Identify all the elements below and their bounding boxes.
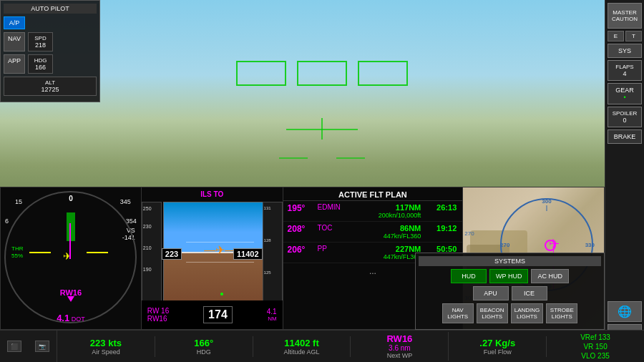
ap-row-1: A/P — [4, 16, 97, 29]
strobe-lights-button[interactable]: STROBE LIGHTS — [546, 303, 577, 323]
spoiler-label: SPOILER — [610, 110, 640, 117]
t-button[interactable]: T — [625, 31, 642, 41]
map-left-270: 270 — [464, 230, 474, 237]
globe-button[interactable]: 🌐 — [608, 301, 642, 322]
map-tick-top — [547, 205, 547, 211]
beacon-lights-button[interactable]: BEACON LIGHTS — [477, 303, 508, 323]
hud-right-wing — [336, 157, 365, 159]
hsi-dist-value: 4.1 — [57, 313, 69, 323]
att-aircraft-symbol: —✈— — [204, 243, 236, 257]
map-aircraft-ring — [545, 240, 556, 251]
flt-dist-1: 117NM — [350, 203, 421, 212]
flt-dist-sub-2: 447kn/FL360 — [350, 233, 421, 240]
nav-lights-button[interactable]: NAV LIGHTS — [442, 303, 474, 323]
flt-wp-2: TOC — [318, 224, 350, 232]
bottom-bar: ⬛ 📷 223 kts Air Speed 166° HDG 11402 ft … — [0, 330, 644, 362]
ils-runway-label: RW 16 — [147, 307, 169, 315]
ap-button[interactable]: A/P — [4, 16, 25, 29]
flaps-value: 4 — [610, 70, 640, 77]
wp-hud-button[interactable]: WP HUD — [489, 269, 528, 283]
panel-att: ILS TO 250 230 210 190 —✈— 131 128 — [142, 187, 283, 330]
ac-hud-button[interactable]: AC HUD — [531, 269, 569, 283]
ice-button[interactable]: ICE — [512, 286, 547, 300]
gear-dot: • — [610, 94, 640, 101]
spoiler-button[interactable]: SPOILER 0 — [608, 107, 642, 127]
alt-tape: 131 128 125 — [263, 202, 283, 302]
bottom-hdg: 166° HDG — [155, 336, 253, 357]
hud-button[interactable]: HUD — [451, 269, 487, 283]
sys-button[interactable]: SYS — [608, 44, 642, 58]
systems-row-1: HUD WP HUD AC HUD — [419, 269, 601, 283]
hsi-dist: 4.1 DOT — [57, 313, 85, 323]
flt-row-2: 208° TOC 86NM 447kn/FL360 19:12 — [283, 222, 463, 243]
spoiler-value: 0 — [610, 117, 640, 124]
flt-dist-sub-1: 200kn/10,000ft — [350, 212, 421, 219]
bottom-speed-value: 223 kts — [60, 338, 152, 348]
alt-current: 11402 — [237, 250, 259, 258]
flt-hdg-3: 206° — [288, 245, 318, 255]
bottom-fuel-value: .27 Kg/s — [452, 338, 543, 348]
bottom-icons: ⬛ 📷 — [0, 331, 57, 362]
gear-button[interactable]: GEAR • — [608, 83, 642, 104]
spd-value: 218 — [32, 41, 49, 49]
flt-hdg-2: 208° — [288, 224, 318, 234]
bottom-fuel-label: Fuel Flow — [452, 348, 543, 356]
bottom-alt: 11402 ft Altitude AGL — [253, 336, 351, 357]
bottom-fuel: .27 Kg/s Fuel Flow — [449, 336, 547, 357]
map-hdg-330: 330 — [585, 242, 595, 248]
hud-pitch-line — [286, 129, 358, 130]
hdg-display: HDG 166 — [28, 54, 53, 74]
ap-row-3: APP HDG 166 — [4, 54, 97, 74]
flt-dist-2: 86NM — [350, 224, 421, 233]
alt-display: ALT 12725 — [4, 77, 97, 96]
ils-runway-sub: RW16 — [147, 315, 169, 323]
speed-230: 230 — [143, 224, 152, 229]
master-caution-button[interactable]: MASTER CAUTION — [608, 3, 642, 29]
compass-6: 6 — [5, 217, 9, 225]
alt-ap-value: 12725 — [8, 86, 92, 93]
flaps-button[interactable]: FLAPS 4 — [608, 60, 642, 81]
speed-250: 250 — [143, 206, 152, 211]
systems-row-2: APU ICE — [419, 286, 601, 300]
speed-tape: 250 230 210 190 — [142, 202, 162, 302]
compass-345: 345 — [120, 198, 131, 205]
bottom-wp-label: Next WP — [353, 352, 445, 359]
hsi-right-wing — [87, 252, 108, 253]
bottom-wp: RW16 3.6 nm Next WP — [351, 332, 449, 361]
ap-title: AUTO PILOT — [4, 4, 97, 14]
e-button[interactable]: E — [608, 31, 624, 41]
systems-title: SYSTEMS — [419, 256, 601, 266]
apu-button[interactable]: APU — [473, 286, 509, 300]
map-hdg-300: 300 — [542, 198, 551, 205]
alt-12500: 125 — [264, 270, 271, 275]
spd-label: SPD — [32, 35, 49, 41]
landing-lights-button[interactable]: LANDING LIGHTS — [511, 303, 544, 323]
speed-210: 210 — [143, 245, 152, 250]
ap-row-2: NAV SPD 218 — [4, 32, 97, 52]
bottom-alt-label: Altitude AGL — [256, 348, 348, 356]
bottom-vref: VRef 133 VR 150 VLO 235 — [547, 331, 644, 362]
hud-pitch-vert — [321, 118, 323, 140]
alt-12800: 128 — [264, 238, 271, 243]
ils-dist-unit: NM — [267, 315, 277, 322]
camera-icon[interactable]: 📷 — [35, 341, 49, 352]
nav-button[interactable]: NAV — [4, 32, 25, 52]
speed-190: 190 — [143, 267, 152, 272]
monitor-icon[interactable]: ⬛ — [7, 341, 21, 352]
ap-row-4: ALT 12725 — [4, 77, 97, 96]
right-sidebar: MASTER CAUTION E T SYS FLAPS 4 GEAR • SP… — [605, 0, 644, 362]
ils-title: ILS TO — [200, 190, 223, 198]
bottom-hdg-value: 166° — [158, 338, 250, 348]
hud-box-left — [236, 61, 286, 86]
ils-heading-value: 174 — [203, 306, 233, 323]
alt-ap-label: ALT — [8, 79, 92, 86]
bottom-speed: 223 kts Air Speed — [57, 336, 155, 357]
app-button[interactable]: APP — [4, 54, 25, 74]
brake-button[interactable]: BRAKE — [608, 129, 642, 144]
flt-hdg-1: 195° — [288, 203, 318, 213]
vref-values: VRef 133 VR 150 VLO 235 — [550, 333, 641, 361]
compass-15: 15 — [15, 198, 22, 205]
hsi-dist-unit: DOT — [69, 315, 85, 323]
speed-current: 223 — [165, 250, 178, 258]
ils-bottom: RW 16 RW16 174 4.1 NM — [142, 300, 283, 329]
